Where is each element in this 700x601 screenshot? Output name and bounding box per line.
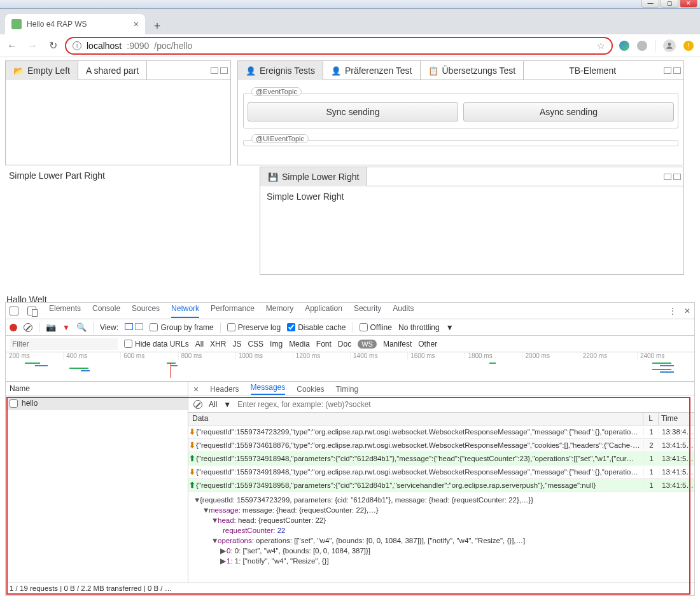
message-filter-all[interactable]: All ▼	[209, 400, 231, 409]
forward-button[interactable]: →	[27, 40, 38, 52]
view-small-icon[interactable]	[135, 323, 143, 330]
list-icon	[428, 66, 438, 76]
message-row[interactable]: ⬇{"requestId":1559734723299,"type":"org.…	[188, 425, 694, 439]
request-row-hello[interactable]: hello	[6, 396, 188, 410]
panel-tools	[208, 67, 230, 74]
hide-data-urls-checkbox[interactable]: Hide data URLs	[124, 340, 189, 349]
devtools-tab-audits[interactable]: Audits	[393, 304, 414, 318]
uieventtopic-fieldset: @UIEventTopic	[243, 140, 678, 146]
browser-tab[interactable]: Hello e4 RAP WS ×	[5, 14, 145, 34]
devtools-tab-performance[interactable]: Performance	[211, 304, 255, 318]
site-info-icon[interactable]: i	[73, 41, 81, 50]
bookmark-icon[interactable]: ☆	[597, 41, 605, 51]
maximize-icon[interactable]	[673, 174, 681, 180]
message-row[interactable]: ⬇{"requestId":1559734918948,"type":"org.…	[188, 466, 694, 479]
msg-tab-messages[interactable]: Messages	[251, 383, 286, 395]
devtools-tab-memory[interactable]: Memory	[266, 304, 293, 318]
messages-header: Data L Time	[188, 413, 694, 425]
reload-button[interactable]: ↻	[47, 39, 59, 52]
eventtopic-fieldset: @EventTopic Sync sending Async sending	[243, 93, 678, 128]
minimize-icon[interactable]	[211, 67, 218, 74]
close-messages-icon[interactable]: ×	[193, 384, 199, 394]
tab-ereignis[interactable]: Ereignis Tests	[238, 61, 323, 80]
devtools-tabs: ElementsConsoleSourcesNetworkPerformance…	[49, 304, 414, 318]
type-filter-xhr[interactable]: XHR	[210, 340, 226, 349]
type-filter-media[interactable]: Media	[289, 340, 310, 349]
separator	[655, 40, 655, 52]
devtools-tab-elements[interactable]: Elements	[49, 304, 81, 318]
message-row[interactable]: ⬇{"requestId":1559734618876,"type":"org.…	[188, 439, 694, 452]
msg-tab-timing[interactable]: Timing	[336, 385, 359, 394]
minimize-icon[interactable]	[664, 174, 671, 180]
tab-close-icon[interactable]: ×	[134, 19, 139, 29]
message-regex-input[interactable]	[237, 400, 441, 409]
msg-tab-cookies[interactable]: Cookies	[297, 385, 324, 394]
extension-icon[interactable]	[637, 41, 647, 51]
disable-cache-checkbox[interactable]: Disable cache	[287, 323, 346, 332]
type-filter-js[interactable]: JS	[232, 340, 241, 349]
tab-praeferenzen[interactable]: Präferenzen Test	[323, 61, 421, 80]
extension-icon[interactable]	[619, 41, 629, 51]
address-bar[interactable]: i localhost:9090/poc/hello ☆	[65, 37, 613, 55]
device-toggle-icon[interactable]	[27, 307, 36, 315]
type-filter-ws[interactable]: WS	[358, 340, 377, 349]
devtools-tab-application[interactable]: Application	[305, 304, 342, 318]
window-close-button[interactable]: ✕	[680, 0, 697, 8]
sync-sending-button[interactable]: Sync sending	[248, 102, 458, 121]
message-row[interactable]: ⬆{"requestId":1559734918948,"parameters"…	[188, 452, 694, 466]
tab-shared-part[interactable]: A shared part	[78, 61, 147, 80]
filter-types: AllXHRJSCSSImgMediaFontDocWSManifestOthe…	[195, 340, 438, 349]
type-filter-img[interactable]: Img	[270, 340, 283, 349]
app-upper: Empty Left A shared part Ereignis Tests …	[0, 57, 700, 165]
throttling-select[interactable]: No throttling ▼	[398, 323, 454, 332]
devtools-menu-icon[interactable]: ⋮	[669, 307, 676, 315]
devtools-tab-network[interactable]: Network	[171, 304, 199, 318]
devtools-close-icon[interactable]: ✕	[684, 307, 690, 315]
name-column-header[interactable]: Name	[6, 382, 188, 396]
status-bar: 1 / 19 requests | 0 B / 2.2 MB transferr…	[6, 583, 694, 595]
network-timeline[interactable]: 200 ms400 ms600 ms800 ms1000 ms1200 ms14…	[6, 352, 694, 382]
window-maximize-button[interactable]: ▢	[661, 0, 678, 8]
lower-left-label: Simple Lower Part Right	[5, 167, 247, 289]
clear-messages-icon[interactable]	[193, 400, 202, 409]
type-filter-font[interactable]: Font	[316, 340, 332, 349]
devtools-tab-console[interactable]: Console	[92, 304, 120, 318]
tab-empty-left[interactable]: Empty Left	[6, 61, 78, 80]
view-large-icon[interactable]	[125, 323, 133, 330]
type-filter-other[interactable]: Other	[418, 340, 437, 349]
capture-icon[interactable]: 📷	[46, 322, 56, 332]
record-icon[interactable]	[10, 324, 17, 331]
maximize-icon[interactable]	[673, 67, 681, 74]
window-minimize-button[interactable]: —	[641, 0, 659, 8]
message-tree[interactable]: ▼{requestId: 1559734723299, parameters: …	[188, 492, 694, 569]
msg-tab-headers[interactable]: Headers	[210, 385, 239, 394]
filter-toggle-icon[interactable]: ▼	[62, 323, 70, 332]
preserve-log-checkbox[interactable]: Preserve log	[227, 323, 281, 332]
async-sending-button[interactable]: Async sending	[463, 102, 674, 121]
inspect-icon[interactable]	[10, 307, 18, 315]
minimize-icon[interactable]	[664, 67, 671, 74]
legend-eventtopic: @EventTopic	[251, 87, 302, 96]
devtools-panel: ElementsConsoleSourcesNetworkPerformance…	[5, 302, 695, 596]
clear-icon[interactable]	[24, 323, 32, 332]
back-button[interactable]: ←	[6, 40, 18, 52]
message-row[interactable]: ⬆{"requestId":1559734918958,"parameters"…	[188, 479, 694, 492]
profile-avatar[interactable]	[663, 39, 676, 52]
devtools-tab-sources[interactable]: Sources	[132, 304, 160, 318]
type-filter-manifest[interactable]: Manifest	[383, 340, 412, 349]
new-tab-button[interactable]: +	[149, 18, 165, 34]
menu-warning-icon[interactable]: !	[683, 41, 694, 51]
type-filter-doc[interactable]: Doc	[338, 340, 351, 349]
offline-checkbox[interactable]: Offline	[360, 323, 392, 332]
type-filter-all[interactable]: All	[195, 340, 204, 349]
type-filter-css[interactable]: CSS	[248, 340, 263, 349]
search-icon[interactable]: 🔍	[76, 322, 87, 332]
group-by-frame-checkbox[interactable]: Group by frame	[150, 323, 213, 332]
tab-simple-lower-right[interactable]: Simple Lower Right	[260, 167, 367, 186]
tab-uebersetzungs[interactable]: Übersetzungs Test	[421, 61, 524, 80]
maximize-icon[interactable]	[220, 67, 228, 74]
folder-icon	[13, 66, 24, 76]
devtools-tab-security[interactable]: Security	[354, 304, 381, 318]
filter-input[interactable]	[10, 338, 118, 350]
url-path: /poc/hello	[154, 41, 192, 51]
